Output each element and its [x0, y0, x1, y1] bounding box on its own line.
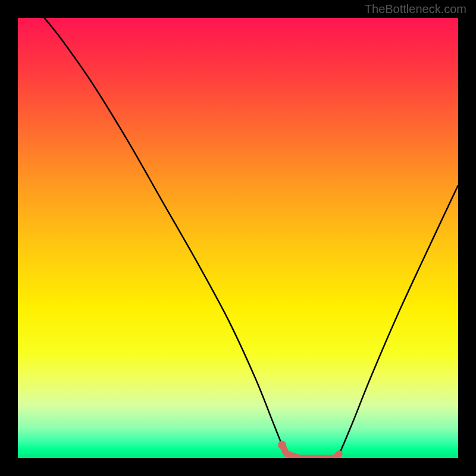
optimal-segment-path	[282, 445, 339, 458]
watermark-text: TheBottleneck.com	[365, 2, 466, 16]
chart-svg	[18, 18, 458, 458]
bottleneck-curve-path	[44, 18, 458, 458]
optimal-start-dot	[278, 441, 286, 449]
chart-plot-area	[18, 18, 458, 458]
